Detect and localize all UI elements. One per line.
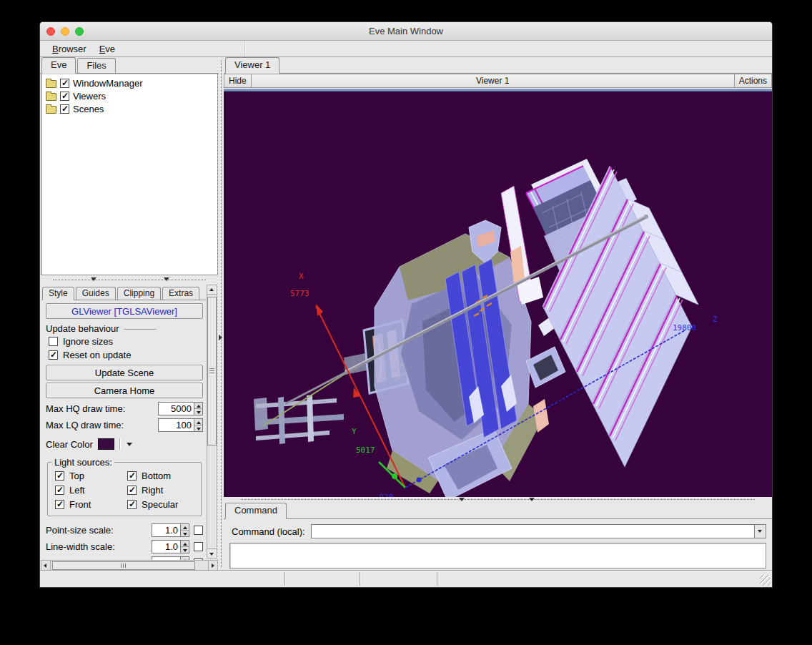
max-hq-input[interactable]: [158, 402, 194, 415]
x-axis-arrow-icon: [316, 304, 323, 316]
scroll-right-icon[interactable]: [208, 561, 217, 571]
eve-main-window: Eve Main Window Browser Eve Eve Files ✓ …: [39, 21, 773, 588]
tab-style[interactable]: Style: [42, 287, 74, 300]
chevron-down-icon: [164, 277, 169, 281]
spinner-down-icon[interactable]: [194, 425, 202, 431]
chevron-right-icon: [219, 335, 222, 340]
light-specular-checkbox[interactable]: ✓: [127, 500, 137, 509]
tab-viewer-1[interactable]: Viewer 1: [225, 57, 279, 74]
tab-guides[interactable]: Guides: [76, 287, 116, 300]
spinner-up-icon[interactable]: [194, 419, 202, 425]
folder-icon: [46, 80, 56, 88]
actions-button[interactable]: Actions: [734, 74, 772, 88]
color-dropdown-icon[interactable]: [127, 443, 132, 446]
glviewer-button[interactable]: GLViewer [TGLSAViewer]: [46, 303, 203, 319]
line-width-stepper: [180, 540, 189, 553]
zoom-icon[interactable]: [75, 27, 84, 36]
scrollbar-thumb[interactable]: [207, 297, 217, 445]
light-top-row: ✓Top: [52, 469, 124, 483]
tree-item-scenes[interactable]: ✓ Scenes: [43, 102, 216, 115]
menu-eve[interactable]: Eve: [93, 42, 122, 56]
light-left-row: ✓Left: [52, 483, 124, 497]
x-axis-value: 5773: [290, 289, 310, 298]
check-icon: ✓: [61, 78, 69, 88]
checkbox[interactable]: ✓: [60, 92, 69, 101]
menu-bar-separator: [244, 41, 245, 56]
tree-item-windowmanager[interactable]: ✓ WindowManager: [43, 77, 216, 89]
camera-home-button[interactable]: Camera Home: [46, 383, 203, 398]
update-scene-button[interactable]: Update Scene: [46, 365, 203, 380]
menu-browser[interactable]: Browser: [46, 42, 93, 56]
minimize-icon[interactable]: [61, 27, 69, 36]
resize-grip[interactable]: [760, 575, 771, 586]
light-right-row: ✓Right: [124, 483, 197, 497]
gl-viewer-editor: Style Guides Clipping Extras GLViewer [T…: [40, 285, 219, 560]
light-right-checkbox[interactable]: ✓: [127, 486, 137, 495]
thumb-grip: [209, 368, 214, 373]
max-lq-row: Max LQ draw time:: [46, 417, 203, 433]
spinner-down-icon[interactable]: [181, 546, 189, 553]
max-lq-input[interactable]: [158, 418, 194, 432]
ignore-sizes-checkbox[interactable]: [49, 337, 58, 346]
status-cell: [285, 571, 360, 587]
tab-clipping[interactable]: Clipping: [117, 287, 161, 300]
tab-eve[interactable]: Eve: [41, 57, 76, 74]
gl-viewport[interactable]: X 5773 Y 5017 Z 19800 -920: [224, 92, 772, 497]
clear-color-swatch[interactable]: [98, 438, 114, 450]
splitter-dots: [221, 60, 222, 567]
spinner-up-icon[interactable]: [181, 524, 189, 530]
line-width-row: Line-width scale:: [46, 538, 203, 555]
line-width-label: Line-width scale:: [46, 541, 147, 552]
viewer-command-splitter[interactable]: [224, 497, 772, 503]
tree-item-label: Viewers: [73, 91, 106, 102]
light-left-checkbox[interactable]: ✓: [55, 486, 64, 495]
hide-button[interactable]: Hide: [224, 74, 252, 88]
check-icon: ✓: [61, 104, 69, 114]
viewer-title: Viewer 1: [252, 74, 734, 88]
divider: [124, 329, 157, 330]
light-front-checkbox[interactable]: ✓: [55, 500, 64, 509]
scroll-up-icon[interactable]: [207, 285, 217, 295]
command-input[interactable]: [312, 525, 754, 538]
tree-item-viewers[interactable]: ✓ Viewers: [43, 89, 216, 102]
command-output[interactable]: [229, 543, 766, 568]
tab-extras[interactable]: Extras: [162, 287, 199, 300]
max-hq-label: Max HQ draw time:: [46, 403, 158, 414]
left-horizontal-splitter[interactable]: [40, 275, 219, 285]
tab-command[interactable]: Command: [225, 503, 287, 519]
line-width-input[interactable]: [152, 540, 180, 553]
style-vertical-scrollbar[interactable]: [207, 285, 217, 558]
checkbox[interactable]: ✓: [60, 79, 69, 88]
left-tab-bar: Eve Files: [40, 57, 219, 74]
reset-on-update-checkbox[interactable]: ✓: [49, 350, 58, 360]
light-top-checkbox[interactable]: ✓: [55, 471, 64, 481]
light-sources-group: Light sources: ✓Top ✓Bottom ✓Left ✓Right…: [47, 457, 202, 516]
scroll-down-icon[interactable]: [207, 548, 217, 558]
z-axis-cone-icon: [417, 478, 422, 483]
spinner-up-icon[interactable]: [194, 403, 202, 408]
title-bar[interactable]: Eve Main Window: [40, 22, 772, 41]
scrollbar-thumb[interactable]: [52, 561, 195, 570]
check-icon: ✓: [61, 91, 69, 101]
reset-on-update-label: Reset on update: [63, 350, 131, 360]
ignore-sizes-label: Ignore sizes: [63, 336, 113, 347]
tab-files[interactable]: Files: [77, 58, 115, 73]
spinner-down-icon[interactable]: [194, 408, 202, 415]
spinner-up-icon[interactable]: [181, 541, 189, 546]
spinner-down-icon[interactable]: [181, 530, 189, 536]
light-bottom-checkbox[interactable]: ✓: [127, 471, 137, 481]
command-tab-bar: Command: [224, 503, 772, 519]
checkbox[interactable]: ✓: [60, 104, 69, 114]
combo-dropdown-icon[interactable]: [754, 525, 766, 538]
point-size-checkbox[interactable]: [194, 526, 203, 535]
scroll-left-icon[interactable]: [41, 561, 51, 571]
light-specular-row: ✓Specular: [124, 498, 197, 511]
check-icon: ✓: [56, 485, 64, 495]
check-icon: ✓: [129, 499, 136, 509]
dock-vertical-splitter[interactable]: [219, 57, 224, 570]
status-cell: [360, 571, 437, 587]
y-axis-value: 5017: [356, 445, 375, 455]
line-width-checkbox[interactable]: [194, 542, 203, 551]
point-size-input[interactable]: [152, 523, 180, 537]
close-icon[interactable]: [46, 27, 55, 36]
